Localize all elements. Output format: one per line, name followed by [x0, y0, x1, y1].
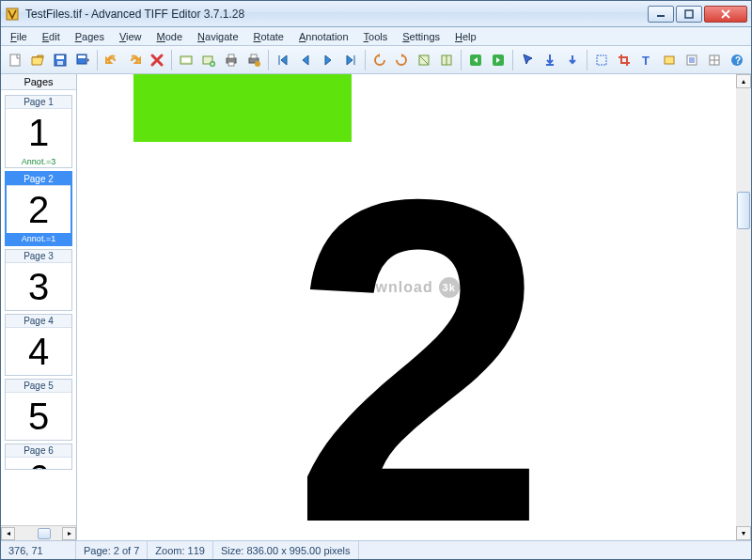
- svg-rect-3: [10, 54, 20, 66]
- rect-tool-icon[interactable]: [659, 50, 680, 70]
- thumbnail-preview: 1: [6, 109, 71, 156]
- content-area: Pages Page 11Annot.=3Page 22Annot.=1Page…: [1, 74, 751, 540]
- thumbnail-label: Page 6: [6, 444, 71, 458]
- svg-rect-17: [251, 54, 257, 58]
- thumbnail-page-6[interactable]: Page 66: [5, 443, 72, 470]
- minimize-button[interactable]: [648, 6, 674, 23]
- rotate-left-icon[interactable]: [369, 50, 390, 70]
- info-icon[interactable]: ?: [727, 50, 747, 70]
- hscroll-track[interactable]: [15, 527, 62, 540]
- arrow-down-icon[interactable]: [562, 50, 583, 70]
- new-icon[interactable]: [5, 50, 25, 70]
- window-title: TestFiles.tif - Advanced TIFF Editor 3.7…: [25, 8, 646, 21]
- pointer-icon[interactable]: [517, 50, 538, 70]
- thumbnail-page-5[interactable]: Page 55: [5, 379, 72, 441]
- open-icon[interactable]: [27, 50, 48, 70]
- thumbnail-preview: 4: [6, 328, 71, 375]
- thumbnail-preview: 5: [6, 393, 71, 440]
- menu-help[interactable]: Help: [448, 29, 483, 44]
- toolbar-separator: [365, 50, 366, 70]
- menu-file[interactable]: File: [4, 29, 34, 44]
- app-icon: [5, 7, 20, 22]
- vscroll-down-icon[interactable]: ▾: [736, 526, 751, 540]
- thumbnail-page-2[interactable]: Page 22Annot.=1: [5, 171, 72, 246]
- fit-prev-icon[interactable]: [465, 50, 486, 70]
- thumbnail-label: Page 2: [7, 173, 70, 186]
- thumbnail-page-4[interactable]: Page 44: [5, 314, 72, 376]
- svg-text:?: ?: [735, 55, 741, 66]
- view-icon[interactable]: [436, 50, 457, 70]
- status-size: Size: 836.00 x 995.00 pixels: [213, 541, 359, 559]
- canvas-area: download 3k 2 ▴ ▾: [77, 74, 751, 540]
- menu-annotation[interactable]: Annotation: [292, 29, 355, 44]
- hscroll-thumb[interactable]: [38, 528, 51, 539]
- nav-prev-icon[interactable]: [295, 50, 316, 70]
- titlebar: TestFiles.tif - Advanced TIFF Editor 3.7…: [1, 1, 751, 27]
- thumbnail-page-3[interactable]: Page 33: [5, 249, 72, 311]
- redo-icon[interactable]: [124, 50, 145, 70]
- menu-settings[interactable]: Settings: [396, 29, 446, 44]
- nav-last-icon[interactable]: [340, 50, 361, 70]
- scan-icon[interactable]: [176, 50, 196, 70]
- status-coords: 376, 71: [1, 541, 76, 559]
- statusbar: 376, 71 Page: 2 of 7 Zoom: 119 Size: 836…: [1, 540, 751, 559]
- toolbar-separator: [461, 50, 462, 70]
- flip-icon[interactable]: [414, 50, 434, 70]
- svg-rect-14: [228, 54, 234, 58]
- toolbar-separator: [587, 50, 588, 70]
- sidebar-hscroll[interactable]: ◂ ▸: [1, 525, 76, 540]
- save-dropdown-icon[interactable]: [72, 50, 93, 70]
- toolbar-separator: [171, 50, 172, 70]
- canvas[interactable]: download 3k 2: [77, 74, 736, 540]
- thumbnail-list: Page 11Annot.=3Page 22Annot.=1Page 33Pag…: [1, 90, 76, 525]
- menu-view[interactable]: View: [113, 29, 149, 44]
- vscroll-up-icon[interactable]: ▴: [736, 74, 751, 88]
- menu-rotate[interactable]: Rotate: [247, 29, 290, 44]
- window-controls: [646, 6, 747, 23]
- print-icon[interactable]: [221, 50, 242, 70]
- sidebar-header: Pages: [1, 74, 76, 90]
- hscroll-left-icon[interactable]: ◂: [1, 527, 15, 540]
- nav-next-icon[interactable]: [318, 50, 338, 70]
- thumbnail-preview: 3: [6, 263, 71, 310]
- grid-icon[interactable]: [704, 50, 725, 70]
- menu-mode[interactable]: Mode: [150, 29, 190, 44]
- toolbar-separator: [268, 50, 269, 70]
- print-setup-icon[interactable]: [243, 50, 264, 70]
- delete-icon[interactable]: [147, 50, 167, 70]
- thumbnail-annot-count: Annot.=3: [6, 156, 71, 167]
- menu-pages[interactable]: Pages: [69, 29, 111, 44]
- rotate-right-icon[interactable]: [392, 50, 413, 70]
- fit-next-icon[interactable]: [488, 50, 509, 70]
- svg-point-18: [255, 61, 260, 67]
- save-icon[interactable]: [50, 50, 70, 70]
- close-button[interactable]: [704, 6, 747, 23]
- annot-list-icon[interactable]: [682, 50, 702, 70]
- svg-rect-23: [597, 55, 606, 65]
- vscroll-thumb[interactable]: [737, 192, 750, 229]
- vscroll-track[interactable]: [736, 88, 751, 526]
- thumbnail-preview: 2: [7, 186, 70, 233]
- hscroll-right-icon[interactable]: ▸: [62, 527, 76, 540]
- svg-rect-10: [182, 58, 190, 62]
- thumbnail-label: Page 4: [6, 315, 71, 328]
- crop-icon[interactable]: [614, 50, 634, 70]
- scan-add-icon[interactable]: [198, 50, 219, 70]
- menu-navigate[interactable]: Navigate: [191, 29, 244, 44]
- page-content-digit: 2: [291, 149, 539, 540]
- canvas-vscroll[interactable]: ▴ ▾: [736, 74, 751, 540]
- menu-edit[interactable]: Edit: [36, 29, 67, 44]
- maximize-button[interactable]: [676, 6, 702, 23]
- undo-icon[interactable]: [102, 50, 122, 70]
- thumbnail-label: Page 3: [6, 250, 71, 263]
- thumbnail-preview: 6: [6, 458, 71, 469]
- toolbar-separator: [97, 50, 98, 70]
- svg-rect-8: [78, 55, 86, 58]
- select-icon[interactable]: [591, 50, 612, 70]
- text-tool-icon[interactable]: T: [636, 50, 657, 70]
- menu-tools[interactable]: Tools: [357, 29, 395, 44]
- move-down-icon[interactable]: [540, 50, 560, 70]
- sidebar: Pages Page 11Annot.=3Page 22Annot.=1Page…: [1, 74, 77, 540]
- nav-first-icon[interactable]: [273, 50, 293, 70]
- thumbnail-page-1[interactable]: Page 11Annot.=3: [5, 95, 72, 168]
